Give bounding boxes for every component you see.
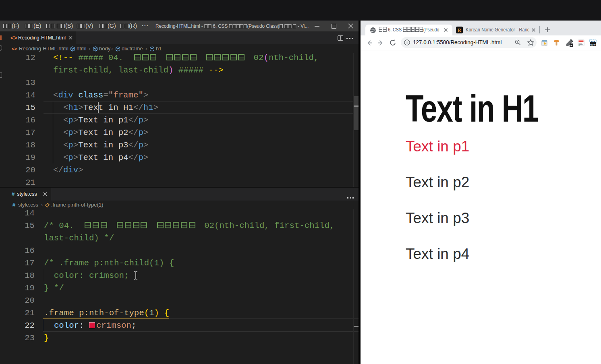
svg-text:R: R — [458, 27, 461, 33]
svg-text:NEW: NEW — [591, 43, 596, 46]
